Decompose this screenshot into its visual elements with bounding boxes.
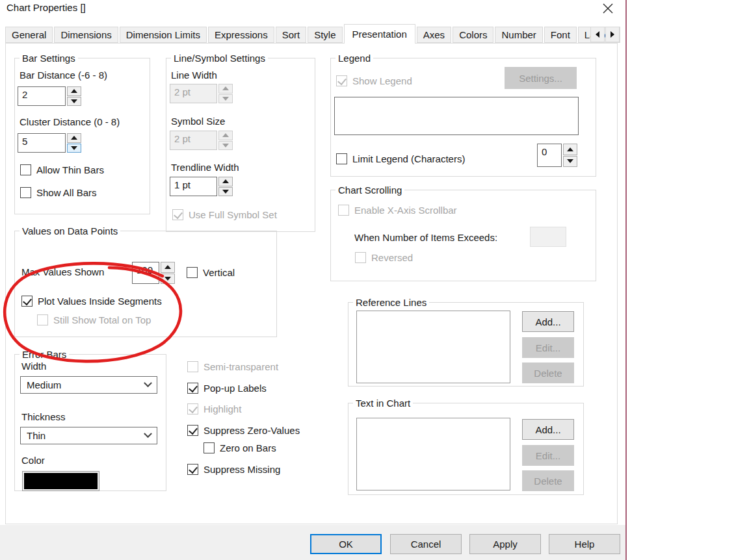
tab-style[interactable]: Style — [308, 27, 342, 43]
error-bar-color-swatch[interactable] — [22, 471, 99, 491]
reversed-checkbox[interactable]: Reversed — [355, 252, 413, 263]
legend-title: Legend — [335, 53, 373, 64]
trendline-width-input[interactable]: 1 pt — [170, 177, 217, 196]
line-width-label: Line Width — [171, 70, 217, 81]
trendline-width-label: Trendline Width — [171, 162, 239, 173]
trendline-width-up-button[interactable] — [218, 177, 233, 186]
checkbox-box — [187, 267, 198, 278]
down-arrow-icon — [222, 97, 229, 101]
checkbox-box — [37, 314, 48, 325]
reference-lines-add-button[interactable]: Add... — [522, 311, 574, 332]
suppress-missing-checkbox[interactable]: Suppress Missing — [187, 464, 280, 475]
bar-distance-input[interactable]: 2 — [18, 86, 66, 106]
semi-transparent-checkbox[interactable]: Semi-transparent — [187, 361, 278, 372]
reference-lines-listbox[interactable] — [356, 311, 510, 383]
text-in-chart-edit-button[interactable]: Edit... — [522, 445, 574, 466]
checkbox-label: Reversed — [371, 252, 413, 263]
tab-colors[interactable]: Colors — [453, 27, 493, 43]
use-full-symbol-set-checkbox[interactable]: Use Full Symbol Set — [172, 209, 277, 220]
max-values-up-button[interactable] — [161, 262, 175, 273]
legend-listbox[interactable] — [334, 97, 579, 135]
up-arrow-icon — [71, 89, 77, 93]
checkbox-label: Still Show Total on Top — [53, 314, 151, 325]
down-arrow-icon — [164, 277, 171, 281]
left-arrow-icon — [596, 31, 599, 38]
plot-values-inside-segments-checkbox[interactable]: Plot Values Inside Segments — [21, 296, 162, 307]
apply-button[interactable]: Apply — [469, 534, 541, 554]
tab-general[interactable]: General — [5, 27, 53, 43]
checkbox-label: Semi-transparent — [204, 361, 278, 372]
cluster-distance-spinner: 5 — [18, 133, 81, 153]
checkbox-box — [187, 403, 198, 414]
checkbox-box — [21, 296, 33, 307]
bar-distance-up-button[interactable] — [67, 86, 81, 96]
enable-x-axis-scrollbar-checkbox[interactable]: Enable X-Axis Scrollbar — [338, 205, 457, 216]
line-width-spinner: 2 pt — [170, 84, 233, 103]
text-in-chart-add-button[interactable]: Add... — [522, 419, 574, 440]
selected-value: Medium — [27, 379, 61, 390]
limit-legend-input[interactable]: 0 — [537, 144, 562, 167]
error-bars-title: Error Bars — [20, 349, 69, 360]
checkbox-label: Suppress Zero-Values — [204, 425, 300, 436]
still-show-total-on-top-checkbox[interactable]: Still Show Total on Top — [37, 314, 151, 325]
cluster-distance-input[interactable]: 5 — [18, 133, 66, 153]
error-bar-width-label: Width — [21, 361, 46, 372]
highlight-checkbox[interactable]: Highlight — [187, 403, 241, 414]
checkbox-label: Enable X-Axis Scrollbar — [354, 205, 457, 216]
tab-presentation[interactable]: Presentation — [344, 24, 415, 44]
line-width-up-button[interactable] — [218, 84, 233, 94]
cluster-distance-up-button[interactable] — [67, 133, 81, 143]
symbol-size-down-button[interactable] — [218, 141, 233, 151]
checkbox-label: Show Legend — [352, 75, 412, 86]
tab-axes[interactable]: Axes — [417, 27, 451, 43]
suppress-zero-values-checkbox[interactable]: Suppress Zero-Values — [187, 425, 300, 436]
line-width-input[interactable]: 2 pt — [170, 84, 217, 103]
up-arrow-icon — [71, 136, 77, 140]
tab-dimension-limits[interactable]: Dimension Limits — [120, 27, 207, 43]
help-button[interactable]: Help — [549, 534, 620, 554]
tab-number[interactable]: Number — [495, 27, 542, 43]
tab-font[interactable]: Font — [544, 27, 577, 43]
error-bar-width-select[interactable]: Medium — [20, 376, 157, 394]
tab-dimensions[interactable]: Dimensions — [54, 27, 118, 43]
window-title: Chart Properties [] — [7, 2, 86, 13]
line-width-down-button[interactable] — [218, 94, 233, 104]
show-all-bars-checkbox[interactable]: Show All Bars — [20, 187, 97, 198]
vertical-checkbox[interactable]: Vertical — [187, 267, 235, 278]
symbol-size-up-button[interactable] — [218, 131, 233, 140]
tab-scroll-left-button[interactable] — [590, 27, 605, 42]
text-in-chart-delete-button[interactable]: Delete — [522, 470, 574, 491]
checkbox-label: Allow Thin Bars — [36, 164, 104, 175]
checkbox-box — [336, 75, 347, 86]
bar-distance-down-button[interactable] — [67, 97, 81, 107]
checkbox-box — [187, 425, 198, 436]
error-bar-thickness-select[interactable]: Thin — [20, 427, 157, 444]
trendline-width-down-button[interactable] — [218, 187, 233, 197]
chevron-down-icon — [144, 379, 152, 387]
popup-labels-checkbox[interactable]: Pop-up Labels — [187, 383, 267, 394]
zero-on-bars-checkbox[interactable]: Zero on Bars — [204, 442, 276, 453]
legend-settings-button[interactable]: Settings... — [505, 67, 577, 89]
max-values-shown-label: Max Values Shown — [21, 266, 104, 277]
max-values-down-button[interactable] — [161, 274, 175, 285]
when-exceeds-input[interactable] — [530, 227, 566, 247]
tab-scroll-right-button[interactable] — [605, 27, 620, 42]
up-arrow-icon — [222, 179, 229, 183]
limit-legend-checkbox[interactable]: Limit Legend (Characters) — [336, 153, 465, 164]
cluster-distance-down-button[interactable] — [67, 144, 81, 153]
allow-thin-bars-checkbox[interactable]: Allow Thin Bars — [20, 164, 104, 175]
tab-sort[interactable]: Sort — [276, 27, 307, 43]
ok-button[interactable]: OK — [310, 534, 382, 554]
show-legend-checkbox[interactable]: Show Legend — [336, 75, 412, 86]
text-in-chart-listbox[interactable] — [356, 418, 510, 490]
reference-lines-edit-button[interactable]: Edit... — [522, 337, 574, 358]
limit-legend-up-button[interactable] — [563, 144, 577, 155]
reference-lines-delete-button[interactable]: Delete — [522, 363, 574, 383]
limit-legend-down-button[interactable] — [563, 156, 577, 168]
cancel-button[interactable]: Cancel — [390, 534, 462, 554]
close-icon[interactable] — [599, 1, 616, 16]
max-values-input[interactable]: 100 — [132, 262, 159, 284]
tab-expressions[interactable]: Expressions — [208, 27, 274, 43]
tab-bar: General Dimensions Dimension Limits Expr… — [5, 27, 620, 44]
symbol-size-input[interactable]: 2 pt — [170, 131, 217, 150]
